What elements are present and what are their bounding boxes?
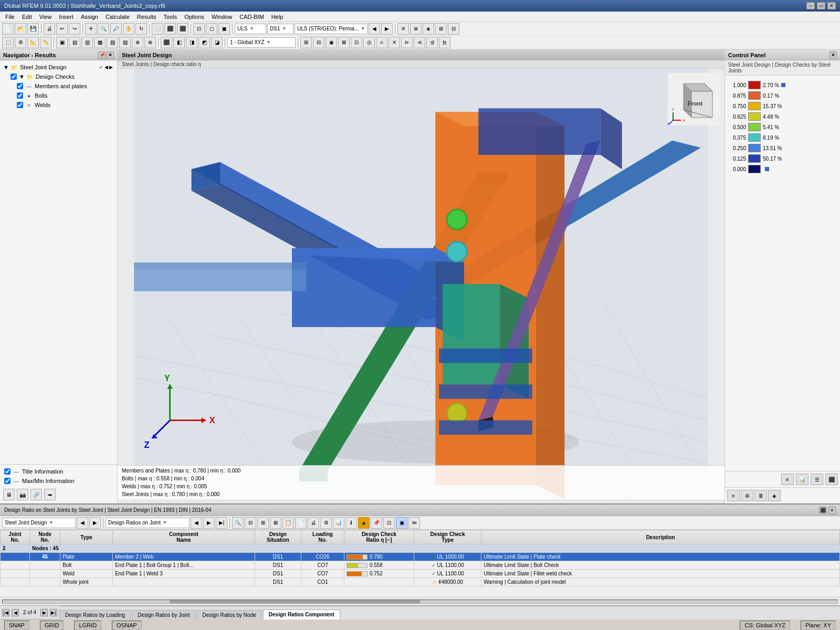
bt-prev[interactable]: ◀ [77,517,88,529]
tb-r2-20[interactable]: ◉ [326,37,337,48]
welds-checkbox[interactable] [17,102,23,108]
tb-r2-15[interactable]: ◨ [186,37,197,48]
scrollbar-track[interactable] [2,600,838,604]
nav-icon-btn-1[interactable]: 🖥 [3,489,15,500]
members-plates-checkbox[interactable] [17,83,23,89]
menu-calculate[interactable]: Calculate [102,13,133,21]
bt-go[interactable]: ▶| [216,517,227,529]
tb-r2-22[interactable]: ⊡ [351,37,362,48]
bt-col[interactable]: ⊠ [270,517,281,529]
nav-arrow-left[interactable]: ◀ [104,65,108,70]
tb-r2-19[interactable]: ⊟ [313,37,324,48]
bt-group[interactable]: ⊞ [257,517,269,529]
bt-pin[interactable]: 📌 [371,517,382,529]
page-next-button[interactable]: ▶ [40,609,48,616]
tb-side[interactable]: ⬛ [164,23,176,35]
menu-view[interactable]: View [36,13,55,21]
nav-pin-button[interactable]: 📌 [98,51,106,59]
menu-tools[interactable]: Tools [160,13,180,21]
cp-btn-list[interactable]: ☰ [811,474,823,485]
menu-options[interactable]: Options [181,13,207,21]
coord-combo[interactable]: 1 - Global XYZ▼ [227,37,296,48]
page-last-button[interactable]: ▶| [50,609,57,616]
nav-footer-title-info[interactable]: — Title Information [2,467,115,476]
minimize-button[interactable]: ─ [806,2,815,9]
table-row[interactable]: 45PlateMember 2 | WebDS1CO260.780✓ UL 10… [1,553,840,561]
table-row[interactable]: 2Nodes : 45 [1,544,840,553]
nav-item-members-plates[interactable]: — Members and plates [2,81,115,91]
tb-r2-27[interactable]: ⊲ [414,37,425,48]
nav-close-button[interactable]: ✕ [107,51,114,59]
tb-r2-5[interactable]: ▣ [56,37,68,48]
status-osnap[interactable]: OSNAP [112,621,142,630]
page-first-button[interactable]: |◀ [2,609,9,616]
tb-r2-13[interactable]: ⬛ [161,37,172,48]
tb-r2-7[interactable]: ▥ [81,37,93,48]
cp-tb-1[interactable]: ≡ [727,490,740,501]
tb-extra-5[interactable]: ⊟ [448,23,459,35]
tb-zoom-out[interactable]: 🔎 [110,23,122,35]
tb-r2-21[interactable]: ⊠ [338,37,350,48]
table-row[interactable]: BoltEnd Plate 1 | Bolt Group 1 | Bolt...… [1,561,840,570]
restore-button[interactable]: ▭ [817,2,825,9]
tb-undo[interactable]: ↩ [56,23,68,35]
table-row[interactable]: WeldEnd Plate 1 | Weld 3DS1CO70.752✓ UL … [1,570,840,578]
bt-chart2[interactable]: 📊 [333,517,344,529]
bt-active[interactable]: ▣ [396,517,407,529]
joint-design-combo[interactable]: Steel Joint Design ▼ [2,518,76,528]
menu-edit[interactable]: Edit [19,13,35,21]
tb-r2-23[interactable]: ◎ [363,37,375,48]
tb-extra-1[interactable]: ✕ [397,23,409,35]
close-button[interactable]: ✕ [827,2,836,9]
design-checks-checkbox[interactable] [10,74,17,80]
tb-r2-26[interactable]: ⊳ [401,37,413,48]
tb-r2-10[interactable]: ▨ [119,37,131,48]
nav-icon-btn-3[interactable]: 🔗 [30,489,42,500]
nav-arrow-right[interactable]: ▶ [109,65,113,70]
tb-wire[interactable]: ◻ [206,23,217,35]
tb-redo[interactable]: ↪ [69,23,80,35]
nav-icon-btn-4[interactable]: ➡ [44,489,56,500]
bottom-close-button[interactable]: ✕ [828,507,836,514]
tab-by-joint[interactable]: Design Ratios by Joint [132,610,196,620]
cp-close-button[interactable]: ✕ [830,51,837,59]
bt-search[interactable]: 🔍 [232,517,244,529]
nav-expand-dc[interactable]: ▼ [19,74,25,80]
cp-tb-4[interactable]: ◈ [768,490,781,501]
tb-r2-11[interactable]: ⊕ [132,37,143,48]
bt-filter[interactable]: ⊟ [245,517,256,529]
table-scrollbar[interactable] [0,597,840,605]
tb-r2-24[interactable]: ⌾ [376,37,387,48]
tb-r2-28[interactable]: ⊴ [426,37,438,48]
menu-file[interactable]: File [2,13,18,21]
tb-new[interactable]: 📄 [2,23,14,35]
tb-r2-6[interactable]: ▤ [69,37,80,48]
nav-icon-btn-2[interactable]: 📷 [17,489,28,500]
menu-window[interactable]: Window [208,13,235,21]
tab-loading[interactable]: Design Ratios by Loading [59,610,131,620]
bt-info[interactable]: ℹ [345,517,357,529]
cp-btn-table[interactable]: ≡ [781,474,794,485]
tb-pan[interactable]: ✋ [123,23,134,35]
table-row[interactable]: Whole jointDS1CO1⚠ ¢48000.00Warning | Ca… [1,578,840,586]
bt-highlight[interactable]: ▲ [358,517,370,529]
status-snap[interactable]: SNAP [4,621,29,630]
bt-prev2[interactable]: ◀ [191,517,202,529]
tb-next-case[interactable]: ▶ [381,23,393,35]
nav-item-welds[interactable]: ≈ Welds [2,100,115,110]
tb-select[interactable]: ✛ [85,23,97,35]
tb-solid[interactable]: ◼ [218,23,230,35]
tb-save[interactable]: 💾 [27,23,39,35]
menu-cadbim[interactable]: CAD-BIM [236,13,267,21]
nav-item-steel-joint-design[interactable]: ▼ 📁 Steel Joint Design ✓ ◀ ▶ [2,62,115,72]
nav-item-design-checks[interactable]: ▼ 📁 Design Checks [2,72,115,81]
bt-excel[interactable]: 📋 [282,517,294,529]
tb-r2-14[interactable]: ◧ [173,37,185,48]
tb-r2-9[interactable]: ▧ [107,37,118,48]
perm-combo[interactable]: ULS (STR/GEO): Perma...▼ [295,24,368,34]
tb-extra-4[interactable]: ⊞ [435,23,447,35]
design-ratios-combo[interactable]: Design Ratios on Joint ▼ [106,518,190,528]
tab-by-node[interactable]: Design Ratios by Node [197,610,262,620]
uls-combo[interactable]: ULS▼ [235,24,266,34]
nav-check-icon[interactable]: ✓ [99,65,103,70]
